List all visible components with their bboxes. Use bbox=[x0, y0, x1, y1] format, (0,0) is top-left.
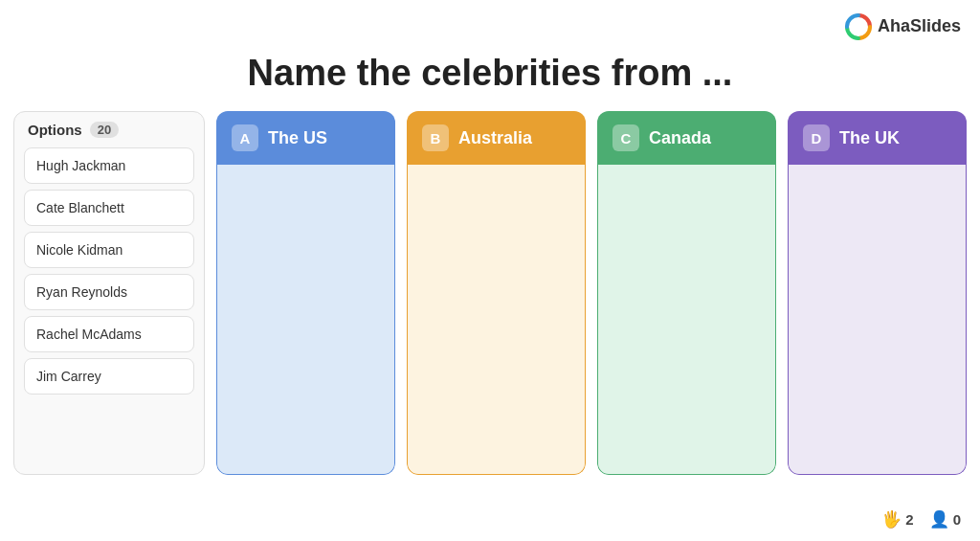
category-col-b[interactable]: BAustralia bbox=[407, 111, 586, 475]
list-item[interactable]: Ryan Reynolds bbox=[24, 274, 194, 310]
category-letter-b: B bbox=[422, 124, 449, 151]
category-label-a: The US bbox=[268, 128, 327, 148]
logo-text: AhaSlides bbox=[878, 16, 961, 36]
ahaslides-logo-icon bbox=[845, 13, 872, 40]
list-item[interactable]: Cate Blanchett bbox=[24, 190, 194, 226]
list-item[interactable]: Jim Carrey bbox=[24, 358, 194, 394]
options-header: Options 20 bbox=[24, 122, 194, 138]
title-area: Name the celebrities from ... bbox=[0, 43, 980, 111]
category-header-a: AThe US bbox=[216, 111, 395, 165]
users-count: 0 bbox=[953, 511, 961, 528]
category-body-d[interactable] bbox=[788, 165, 967, 475]
category-col-c[interactable]: CCanada bbox=[597, 111, 776, 475]
category-col-a[interactable]: AThe US bbox=[216, 111, 395, 475]
options-count: 20 bbox=[90, 122, 119, 138]
list-item[interactable]: Nicole Kidman bbox=[24, 232, 194, 268]
main-title: Name the celebrities from ... bbox=[0, 53, 980, 94]
category-label-c: Canada bbox=[649, 128, 711, 148]
columns-container: AThe USBAustraliaCCanadaDThe UK bbox=[216, 111, 967, 475]
raise-hand-icon: 🖐 bbox=[881, 509, 902, 530]
logo-area: AhaSlides bbox=[845, 13, 961, 40]
category-label-d: The UK bbox=[839, 128, 900, 148]
raise-hand-count: 2 bbox=[905, 511, 913, 528]
options-panel: Options 20 Hugh Jackman Cate Blanchett N… bbox=[13, 111, 205, 475]
users-stat: 👤 0 bbox=[929, 509, 961, 530]
main-content: Options 20 Hugh Jackman Cate Blanchett N… bbox=[0, 111, 980, 475]
options-label: Options bbox=[28, 122, 82, 138]
category-body-a[interactable] bbox=[216, 165, 395, 475]
bottom-bar: 🖐 2 👤 0 bbox=[881, 509, 961, 530]
users-icon: 👤 bbox=[929, 509, 949, 530]
list-item[interactable]: Rachel McAdams bbox=[24, 316, 194, 352]
raise-hand-stat: 🖐 2 bbox=[881, 509, 913, 530]
category-header-c: CCanada bbox=[597, 111, 776, 165]
category-label-b: Australia bbox=[458, 128, 532, 148]
list-item[interactable]: Hugh Jackman bbox=[24, 147, 194, 184]
category-body-b[interactable] bbox=[407, 165, 586, 475]
category-body-c[interactable] bbox=[597, 165, 776, 475]
category-letter-a: A bbox=[232, 124, 258, 151]
category-col-d[interactable]: DThe UK bbox=[788, 111, 967, 475]
top-bar: AhaSlides bbox=[0, 0, 980, 43]
category-header-d: DThe UK bbox=[788, 111, 967, 165]
category-letter-c: C bbox=[612, 124, 639, 151]
category-letter-d: D bbox=[803, 124, 830, 151]
category-header-b: BAustralia bbox=[407, 111, 586, 165]
